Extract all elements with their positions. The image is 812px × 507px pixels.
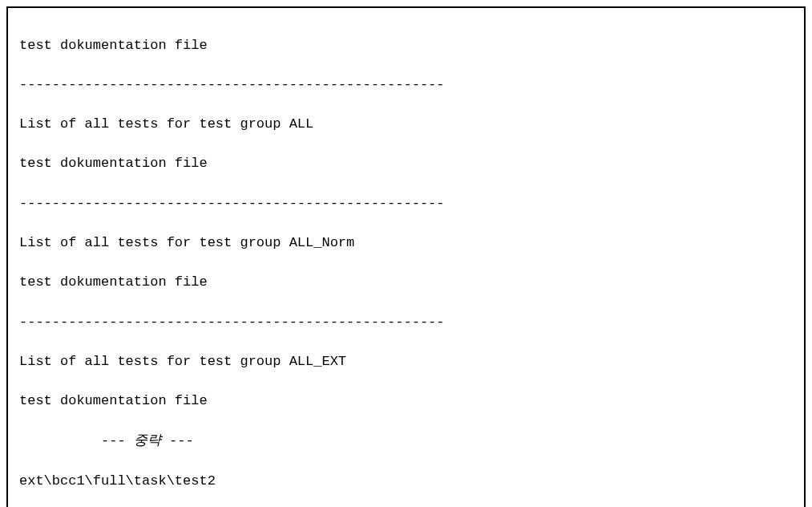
log-line-path: ext\bcc1\full\task\test2 bbox=[19, 472, 793, 492]
log-line-omitted: --- 중략 --- bbox=[19, 431, 793, 452]
omitted-korean-text: 중략 bbox=[134, 432, 161, 448]
log-line-group: List of all tests for test group ALL_EXT bbox=[19, 352, 793, 372]
log-line-header: test dokumentation file bbox=[19, 273, 793, 293]
log-line-header: test dokumentation file bbox=[19, 391, 793, 412]
log-line-header: test dokumentation file bbox=[19, 36, 793, 56]
log-output-box: test dokumentation file ----------------… bbox=[6, 6, 806, 507]
log-line-group: List of all tests for test group ALL bbox=[19, 115, 793, 135]
omitted-suffix: --- bbox=[161, 433, 194, 448]
log-line-separator: ----------------------------------------… bbox=[19, 194, 793, 214]
log-line-header: test dokumentation file bbox=[19, 154, 793, 174]
log-line-group: List of all tests for test group ALL_Nor… bbox=[19, 233, 793, 253]
log-line-separator: ----------------------------------------… bbox=[19, 313, 793, 333]
log-line-separator: ----------------------------------------… bbox=[19, 75, 793, 95]
omitted-prefix: --- bbox=[19, 433, 134, 448]
